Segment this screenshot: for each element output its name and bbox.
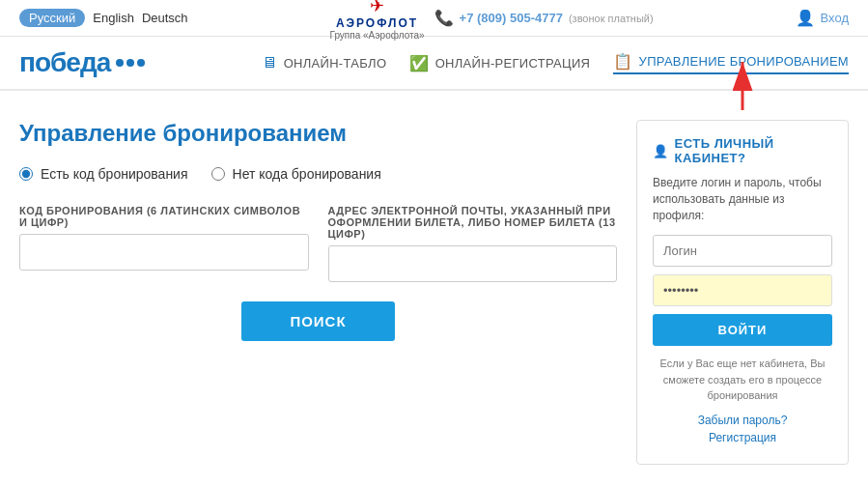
booking-code-col: КОД БРОНИРОВАНИЯ (6 ЛАТИНСКИХ СИМВОЛОВ И… xyxy=(19,205,309,282)
aeroflot-logo: ✈ АЭРОФЛОТ Группа «Аэрофлота» xyxy=(330,0,425,41)
radio-has-code[interactable] xyxy=(19,167,33,181)
login-label: Вход xyxy=(821,11,849,25)
phone-section: 📞 +7 (809) 505-4777 (звонок платный) xyxy=(434,9,654,27)
nav-manage-booking[interactable]: 📋 УПРАВЛЕНИЕ БРОНИРОВАНИЕМ xyxy=(613,52,849,74)
nav-manage-label: УПРАВЛЕНИЕ БРОНИРОВАНИЕМ xyxy=(639,54,849,69)
phone-icon: 📞 xyxy=(434,9,454,27)
booking-type-radio-group: Есть код бронирования Нет кода бронирова… xyxy=(19,166,617,182)
booking-code-input[interactable] xyxy=(19,234,309,271)
pobeda-logo: победа xyxy=(19,47,145,78)
tablo-icon: 🖥 xyxy=(262,54,277,71)
password-input[interactable] xyxy=(653,274,832,306)
nav-reg-label: ОНЛАЙН-РЕГИСТРАЦИЯ xyxy=(435,56,591,71)
language-switcher: Русский English Deutsch xyxy=(19,9,188,27)
top-bar: Русский English Deutsch ✈ АЭРОФЛОТ Групп… xyxy=(0,0,868,37)
search-btn-row: ПОИСК xyxy=(19,301,617,341)
login-section[interactable]: 👤 Вход xyxy=(796,9,849,27)
lang-en-link[interactable]: English xyxy=(93,11,134,25)
main-nav: победа 🖥 ОНЛАЙН-ТАБЛО ✅ ОНЛАЙН-РЕГИСТРАЦ… xyxy=(0,37,868,91)
nav-tablo-label: ОНЛАЙН-ТАБЛО xyxy=(284,56,387,71)
email-input[interactable] xyxy=(328,245,618,282)
forgot-password-link[interactable]: Забыли пароль? xyxy=(653,414,832,427)
form-row: КОД БРОНИРОВАНИЯ (6 ЛАТИНСКИХ СИМВОЛОВ И… xyxy=(19,205,617,282)
panel-title-text: ЕСТЬ ЛИЧНЫЙ КАБИНЕТ? xyxy=(675,136,833,165)
radio-has-code-label[interactable]: Есть код бронирования xyxy=(19,166,188,182)
panel-subtitle: Введите логин и пароль, чтобы использова… xyxy=(653,175,832,223)
lang-de-link[interactable]: Deutsch xyxy=(142,11,188,25)
login-button[interactable]: ВОЙТИ xyxy=(653,314,832,346)
radio-no-code-label[interactable]: Нет кода бронирования xyxy=(211,166,381,182)
checkin-icon: ✅ xyxy=(409,54,429,72)
aeroflot-group: Группа «Аэрофлота» xyxy=(330,30,425,41)
panel-note: Если у Вас еще нет кабинета, Вы сможете … xyxy=(653,356,832,404)
logo-text: победа xyxy=(19,47,110,78)
aeroflot-name: АЭРОФЛОТ xyxy=(336,16,418,30)
booking-icon: 📋 xyxy=(613,52,632,71)
email-col: АДРЕС ЭЛЕКТРОННОЙ ПОЧТЫ, УКАЗАННЫЙ ПРИ О… xyxy=(328,205,618,282)
user-icon: 👤 xyxy=(796,9,815,27)
lang-ru-button[interactable]: Русский xyxy=(19,9,85,27)
nav-links: 🖥 ОНЛАЙН-ТАБЛО ✅ ОНЛАЙН-РЕГИСТРАЦИЯ 📋 УП… xyxy=(262,52,849,74)
person-icon: 👤 xyxy=(653,144,669,158)
dot-3 xyxy=(137,59,145,67)
search-button[interactable]: ПОИСК xyxy=(241,301,394,341)
radio-has-code-text: Есть код бронирования xyxy=(41,166,188,182)
dot-2 xyxy=(126,59,134,67)
aeroflot-wing-icon: ✈ xyxy=(370,0,384,16)
login-input[interactable] xyxy=(653,235,832,267)
email-label: АДРЕС ЭЛЕКТРОННОЙ ПОЧТЫ, УКАЗАННЫЙ ПРИ О… xyxy=(328,205,618,240)
booking-code-label: КОД БРОНИРОВАНИЯ (6 ЛАТИНСКИХ СИМВОЛОВ И… xyxy=(19,205,309,228)
radio-no-code[interactable] xyxy=(211,167,225,181)
nav-online-tablo[interactable]: 🖥 ОНЛАЙН-ТАБЛО xyxy=(262,54,386,71)
radio-no-code-text: Нет кода бронирования xyxy=(233,166,381,182)
content-area: Управление бронированием Есть код бронир… xyxy=(0,91,868,484)
logo-dots xyxy=(116,59,145,67)
dot-1 xyxy=(116,59,124,67)
page-title: Управление бронированием xyxy=(19,120,617,147)
panel-title: 👤 ЕСТЬ ЛИЧНЫЙ КАБИНЕТ? xyxy=(653,136,832,165)
register-link[interactable]: Регистрация xyxy=(653,431,832,444)
login-panel: 👤 ЕСТЬ ЛИЧНЫЙ КАБИНЕТ? Введите логин и п… xyxy=(636,120,849,465)
phone-number[interactable]: +7 (809) 505-4777 xyxy=(460,11,563,25)
panel-wrapper: 👤 ЕСТЬ ЛИЧНЫЙ КАБИНЕТ? Введите логин и п… xyxy=(636,120,849,465)
main-section: Управление бронированием Есть код бронир… xyxy=(19,120,617,465)
phone-note: (звонок платный) xyxy=(569,13,654,24)
nav-online-reg[interactable]: ✅ ОНЛАЙН-РЕГИСТРАЦИЯ xyxy=(409,54,590,72)
